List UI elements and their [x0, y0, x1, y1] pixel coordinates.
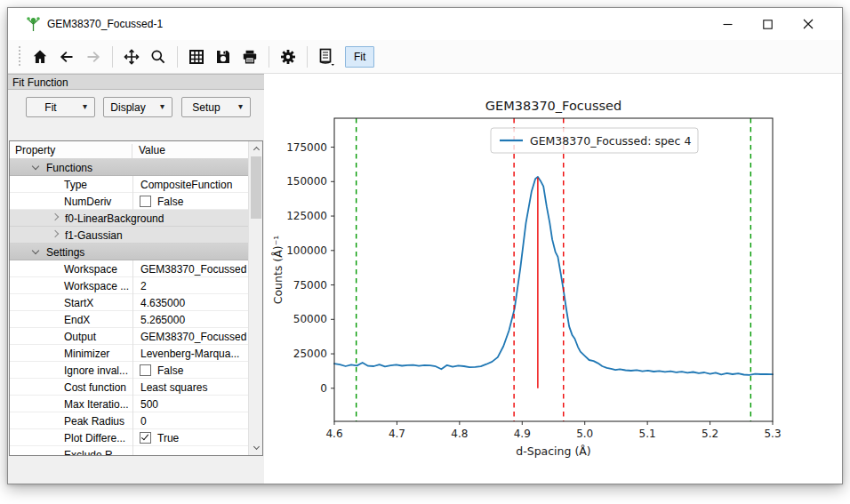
table-row[interactable]: OutputGEM38370_Focussed — [10, 328, 248, 345]
chevron-up-icon — [253, 147, 259, 153]
row-value-cell[interactable]: False — [132, 362, 248, 379]
row-value-cell[interactable]: 5.265000 — [132, 311, 248, 328]
property-table: Property Value FunctionsTypeCompositeFun… — [9, 140, 263, 456]
generate-script-button[interactable] — [314, 44, 339, 69]
table-row[interactable]: Max Iteratio...500 — [10, 396, 248, 412]
save-button[interactable] — [211, 44, 236, 69]
row-value-cell[interactable]: Least squares — [132, 379, 248, 396]
property-column-header: Property — [15, 144, 55, 156]
row-value-cell[interactable]: GEM38370_Focussed — [132, 260, 248, 277]
section-row[interactable]: Settings — [10, 244, 248, 260]
fit-menu-row: Fit ▾ Display ▾ Setup ▾ — [8, 97, 264, 118]
fit-menu-button[interactable]: Fit ▾ — [26, 97, 95, 117]
row-value: False — [157, 364, 183, 377]
row-label: Minimizer — [64, 348, 109, 360]
row-value-cell[interactable] — [132, 446, 248, 455]
chevron-down-icon[interactable] — [32, 163, 39, 170]
window-title: GEM38370_Focussed-1 — [47, 18, 163, 30]
zoom-button[interactable] — [146, 44, 171, 69]
close-button[interactable] — [788, 8, 828, 40]
toolbar-separator — [307, 46, 308, 68]
table-row[interactable]: StartX4.635000 — [10, 294, 248, 311]
legend-label: GEM38370_Focussed: spec 4 — [530, 134, 691, 148]
chevron-right-icon[interactable] — [52, 230, 59, 237]
table-row[interactable]: EndX5.265000 — [10, 311, 248, 328]
fit-function-dock: Fit Function Fit ▾ Display ▾ Setup ▾ — [8, 74, 264, 484]
y-axis-label: Counts (Å)⁻¹ — [271, 236, 285, 305]
chevron-down-icon[interactable] — [32, 247, 39, 254]
table-row[interactable]: Exclude R... — [10, 446, 248, 455]
table-row[interactable]: Ignore inval...False — [10, 362, 248, 379]
row-label: Ignore inval... — [64, 364, 128, 377]
row-label: Functions — [46, 162, 92, 174]
section-row[interactable]: Functions — [10, 159, 248, 176]
fit-toggle-button[interactable]: Fit — [345, 46, 374, 68]
grid-icon — [188, 48, 205, 66]
row-value-cell[interactable]: 4.635000 — [132, 294, 248, 311]
row-value: Least squares — [140, 381, 207, 394]
row-value-cell[interactable]: True — [132, 429, 248, 446]
row-value: True — [157, 432, 179, 444]
value-column-header: Value — [139, 144, 165, 156]
table-row[interactable]: f0-LinearBackground — [10, 210, 248, 227]
scroll-up-button[interactable] — [249, 141, 263, 156]
row-value: False — [157, 196, 183, 208]
row-label: Plot Differe... — [64, 432, 125, 444]
row-value-cell[interactable]: False — [132, 193, 248, 210]
row-value: 2 — [140, 280, 147, 292]
checkbox-checked[interactable] — [140, 432, 151, 444]
svg-text:0: 0 — [320, 382, 327, 395]
table-row[interactable]: WorkspaceGEM38370_Focussed — [10, 260, 248, 277]
row-label: Cost function — [64, 381, 126, 394]
setup-menu-button[interactable]: Setup ▾ — [181, 97, 251, 117]
display-menu-label: Display — [104, 101, 152, 114]
subplot-grid-button[interactable] — [184, 44, 209, 69]
scroll-down-button[interactable] — [249, 441, 263, 455]
data-line — [334, 177, 773, 375]
row-label: Output — [64, 331, 96, 343]
settings-button[interactable] — [276, 44, 301, 69]
x-axis: 4.64.74.84.95.05.15.25.3d-Spacing (Å) — [325, 421, 781, 458]
row-value-cell[interactable]: Levenberg-Marqua... — [132, 345, 248, 362]
y-axis: 0250005000075000100000125000150000175000… — [271, 141, 334, 395]
table-row[interactable]: NumDerivFalse — [10, 193, 248, 210]
row-value-cell[interactable]: CompositeFunction — [132, 176, 248, 193]
table-row[interactable]: Peak Radius0 — [10, 412, 248, 429]
table-row[interactable]: MinimizerLevenberg-Marqua... — [10, 345, 248, 362]
table-header: Property Value — [10, 141, 248, 159]
toolbar-grip[interactable] — [18, 46, 21, 68]
minimize-button[interactable] — [708, 8, 748, 40]
back-button[interactable] — [54, 44, 79, 69]
row-value-cell[interactable]: 500 — [132, 396, 248, 412]
scrollbar-thumb[interactable] — [251, 156, 261, 219]
check-icon — [141, 433, 148, 441]
row-value-cell[interactable]: GEM38370_Focussed — [132, 328, 248, 345]
table-row[interactable]: Workspace ...2 — [10, 277, 248, 294]
checkbox-unchecked[interactable] — [140, 364, 151, 376]
svg-text:4.7: 4.7 — [389, 428, 405, 440]
maximize-button[interactable] — [748, 8, 788, 40]
printer-icon — [241, 48, 259, 66]
plot-svg[interactable]: GEM38370_Focussed4.64.74.84.95.05.15.25.… — [264, 74, 842, 482]
table-row[interactable]: Plot Differe...True — [10, 429, 248, 446]
table-scrollbar[interactable] — [248, 141, 262, 455]
title-bar[interactable]: GEM38370_Focussed-1 — [8, 8, 842, 40]
table-row[interactable]: Cost functionLeast squares — [10, 379, 248, 396]
forward-button — [81, 44, 106, 69]
column-divider — [132, 144, 132, 158]
table-row[interactable]: f1-Gaussian — [10, 227, 248, 244]
chevron-right-icon[interactable] — [52, 213, 59, 220]
display-menu-button[interactable]: Display ▾ — [103, 97, 172, 117]
svg-text:175000: 175000 — [286, 141, 327, 154]
svg-text:50000: 50000 — [293, 313, 327, 325]
print-button[interactable] — [237, 44, 262, 69]
checkbox-unchecked[interactable] — [140, 196, 151, 207]
row-value-cell[interactable]: 2 — [132, 277, 248, 294]
pan-button[interactable] — [119, 44, 144, 69]
home-button[interactable] — [28, 44, 52, 69]
table-row[interactable]: TypeCompositeFunction — [10, 176, 248, 193]
desktop: GEM38370_Focussed-1 — [0, 0, 850, 504]
window-controls — [708, 8, 828, 40]
home-icon — [31, 48, 49, 66]
row-value-cell[interactable]: 0 — [132, 412, 248, 429]
